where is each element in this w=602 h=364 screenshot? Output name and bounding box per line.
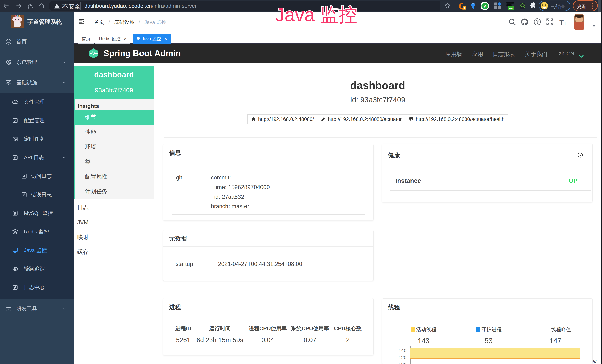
svg-text:on: on bbox=[509, 7, 513, 10]
svg-text:y: y bbox=[484, 4, 486, 8]
svg-text:1: 1 bbox=[463, 6, 465, 10]
